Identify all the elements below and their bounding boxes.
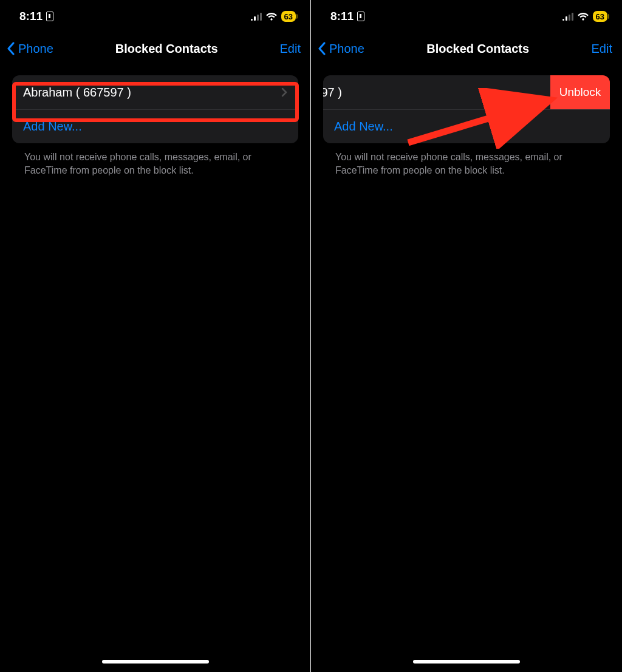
cellular-signal-icon <box>562 12 573 21</box>
page-title: Blocked Contacts <box>426 42 529 56</box>
add-new-label: Add New... <box>23 120 287 134</box>
status-time: 8:11 <box>19 10 43 23</box>
edit-button[interactable]: Edit <box>592 42 612 56</box>
chevron-right-icon <box>281 87 287 97</box>
status-time: 8:11 <box>330 10 354 23</box>
chevron-left-icon <box>6 41 17 56</box>
blocked-contacts-group: n ( 667597 ) Unblock Add New... <box>323 75 610 143</box>
back-button[interactable]: Phone <box>317 41 364 56</box>
page-title: Blocked Contacts <box>115 42 218 56</box>
battery-level: 63 <box>596 12 604 21</box>
wifi-icon <box>265 12 278 21</box>
footer-caption: You will not receive phone calls, messag… <box>335 151 598 177</box>
screenshot-left: 8:11 63 Phone Blocked Contacts Edit <box>0 0 311 672</box>
home-indicator[interactable] <box>102 660 209 664</box>
blocked-contact-label: Abraham ( 667597 ) <box>23 86 281 100</box>
cellular-signal-icon <box>251 12 262 21</box>
blocked-contacts-group: Abraham ( 667597 ) Add New... <box>12 75 298 143</box>
footer-caption: You will not receive phone calls, messag… <box>24 151 286 177</box>
screenshot-right: 8:11 63 Phone Blocked Contacts Edit <box>311 0 622 672</box>
nav-bar: Phone Blocked Contacts Edit <box>0 33 310 64</box>
status-bar: 8:11 63 <box>311 0 622 33</box>
add-new-label: Add New... <box>334 120 599 134</box>
blocked-contact-row[interactable]: Abraham ( 667597 ) <box>12 75 298 109</box>
chevron-left-icon <box>317 41 328 56</box>
battery-icon: 63 <box>281 11 296 22</box>
sim-icon <box>357 12 364 21</box>
blocked-contact-row-swiped[interactable]: n ( 667597 ) Unblock <box>323 75 610 109</box>
wifi-icon <box>577 12 589 21</box>
back-label: Phone <box>18 42 53 56</box>
home-indicator[interactable] <box>413 660 520 664</box>
unblock-button[interactable]: Unblock <box>550 75 610 109</box>
sim-icon <box>46 12 53 21</box>
blocked-contact-label: n ( 667597 ) <box>323 86 552 100</box>
edit-button[interactable]: Edit <box>280 42 301 56</box>
back-label: Phone <box>329 42 364 56</box>
battery-level: 63 <box>284 12 293 21</box>
back-button[interactable]: Phone <box>6 41 53 56</box>
battery-icon: 63 <box>593 11 607 22</box>
nav-bar: Phone Blocked Contacts Edit <box>311 33 622 64</box>
add-new-row[interactable]: Add New... <box>323 109 610 143</box>
add-new-row[interactable]: Add New... <box>12 109 298 143</box>
status-bar: 8:11 63 <box>0 0 310 33</box>
